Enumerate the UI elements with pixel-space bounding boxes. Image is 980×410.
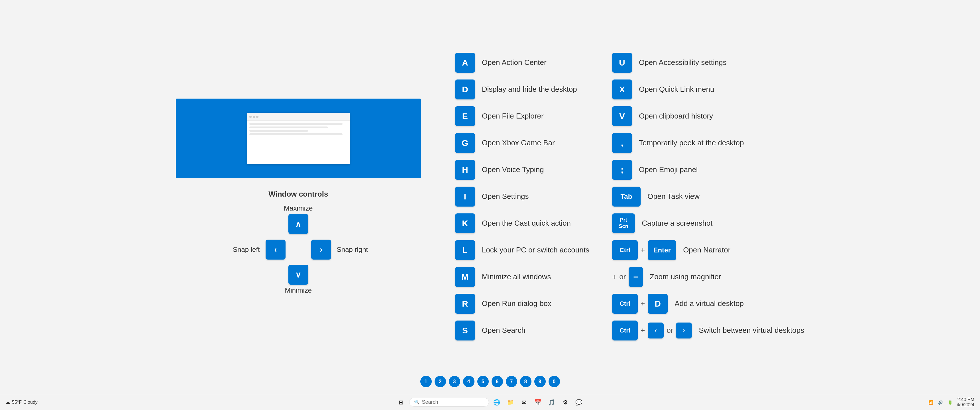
page-dot-3[interactable]: 3 [449, 376, 460, 387]
titlebar-dot [249, 116, 251, 118]
shortcut-row: UOpen Accessibility settings [612, 53, 804, 73]
shortcut-key-e[interactable]: E [455, 106, 475, 126]
taskbar-icon-7[interactable]: 💬 [573, 397, 585, 408]
shortcut-key-prtscn[interactable]: PrtScn [612, 213, 635, 234]
shortcut-row: IOpen Settings [455, 187, 589, 207]
shortcut-key-arrow[interactable]: › [676, 323, 692, 338]
page-dot-2[interactable]: 2 [434, 376, 446, 387]
keys-group: Ctrl+D [612, 294, 668, 314]
clock-time: 2:40 PM [957, 397, 974, 402]
shortcut-desc: Display and hide the desktop [482, 85, 577, 94]
shortcut-row: ROpen Run dialog box [455, 294, 589, 314]
shortcut-row: ,Temporarily peek at the desktop [612, 133, 804, 153]
tray-icon-network[interactable]: 📶 [927, 398, 935, 406]
shortcut-key-a[interactable]: A [455, 53, 475, 73]
search-placeholder: Search [422, 399, 438, 405]
weather-temp: 55°F [12, 400, 22, 405]
shortcut-desc: Zoom using magnifier [650, 272, 721, 281]
titlebar-dot [253, 116, 255, 118]
snap-left-key[interactable]: ‹ [266, 240, 286, 259]
weather-widget: ☁ 55°F Cloudy [6, 399, 38, 405]
page-dot-4[interactable]: 4 [463, 376, 474, 387]
keys-group: Ctrl+Enter [612, 240, 676, 260]
snap-row: Snap left ‹ › Snap right [226, 240, 371, 259]
page-dot-7[interactable]: 7 [506, 376, 517, 387]
shortcut-desc: Open Action Center [482, 58, 547, 67]
taskbar-clock[interactable]: 2:40 PM 4/9/2024 [957, 397, 974, 407]
shortcut-desc: Open Task view [648, 192, 700, 201]
shortcut-key-d[interactable]: D [648, 294, 668, 314]
page-dot-5[interactable]: 5 [477, 376, 489, 387]
snap-right-label: Snap right [337, 246, 371, 254]
shortcut-key-arrow[interactable]: ‹ [648, 323, 664, 338]
taskbar-icon-6[interactable]: ⚙ [560, 397, 571, 408]
shortcut-row: MMinimize all windows [455, 267, 589, 287]
shortcut-desc: Open Emoji panel [639, 165, 698, 174]
window-body [247, 121, 350, 139]
snap-right-key[interactable]: › [311, 240, 331, 259]
shortcut-desc: Open Narrator [683, 246, 730, 254]
taskbar-icon-2[interactable]: 📁 [505, 397, 516, 408]
taskbar-icon-1[interactable]: 🌐 [491, 397, 503, 408]
shortcut-desc: Add a virtual desktop [675, 299, 744, 308]
taskbar-icon-3[interactable]: ✉ [519, 397, 530, 408]
taskbar-search-bar[interactable]: 🔍 Search [409, 398, 489, 407]
shortcut-key-d[interactable]: D [455, 79, 475, 99]
shortcut-row: EOpen File Explorer [455, 106, 589, 126]
taskbar-icon-4[interactable]: 📅 [532, 397, 544, 408]
shortcut-key-k[interactable]: K [455, 213, 475, 234]
start-button[interactable]: ⊞ [396, 397, 407, 408]
shortcut-key-u[interactable]: U [612, 53, 632, 73]
keys-group: Ctrl+‹or› [612, 321, 692, 340]
shortcut-row: XOpen Quick Link menu [612, 79, 804, 99]
shortcuts-panel: AOpen Action CenterDDisplay and hide the… [455, 53, 804, 340]
page-dot-0[interactable]: 0 [549, 376, 560, 387]
shortcut-key-tab[interactable]: Tab [612, 187, 641, 207]
operator: or [619, 272, 626, 281]
shortcut-desc: Open Run dialog box [482, 299, 551, 308]
page-dot-8[interactable]: 8 [520, 376, 531, 387]
snap-left-label: Snap left [226, 246, 260, 254]
shortcut-key-[interactable]: , [612, 133, 632, 153]
page-dot-1[interactable]: 1 [420, 376, 432, 387]
shortcut-key-ctrl[interactable]: Ctrl [612, 294, 638, 314]
shortcut-desc: Open Quick Link menu [639, 85, 714, 94]
shortcut-key-s[interactable]: S [455, 321, 475, 340]
shortcut-key-r[interactable]: R [455, 294, 475, 314]
shortcut-row: TabOpen Task view [612, 187, 804, 207]
shortcut-desc: Capture a screenshot [642, 219, 713, 228]
minimize-key[interactable]: ∨ [288, 265, 308, 284]
page-dot-6[interactable]: 6 [492, 376, 503, 387]
shortcut-row: ;Open Emoji panel [612, 160, 804, 180]
shortcut-key-v[interactable]: V [612, 106, 632, 126]
shortcut-desc: Open Voice Typing [482, 165, 544, 174]
shortcut-row: +or−Zoom using magnifier [612, 267, 804, 287]
shortcut-key-ctrl[interactable]: Ctrl [612, 240, 638, 260]
operator: + [641, 299, 645, 308]
weather-icon: ☁ [6, 399, 10, 405]
shortcut-key-[interactable]: ; [612, 160, 632, 180]
tray-icon-volume[interactable]: 🔊 [937, 398, 945, 406]
shortcut-row: PrtScnCapture a screenshot [612, 213, 804, 234]
shortcut-desc: Open Settings [482, 192, 529, 201]
taskbar-icon-5[interactable]: 🎵 [546, 397, 557, 408]
window-inner [247, 113, 350, 164]
shortcut-key-i[interactable]: I [455, 187, 475, 207]
shortcut-key-x[interactable]: X [612, 79, 632, 99]
maximize-key[interactable]: ∧ [288, 214, 308, 234]
shortcut-key-minus[interactable]: − [628, 267, 643, 287]
window-titlebar [247, 113, 350, 121]
shortcut-key-enter[interactable]: Enter [648, 240, 676, 260]
shortcut-key-h[interactable]: H [455, 160, 475, 180]
shortcut-key-m[interactable]: M [455, 267, 475, 287]
page-dot-9[interactable]: 9 [534, 376, 546, 387]
taskbar-right: 📶 🔊 🔋 2:40 PM 4/9/2024 [927, 397, 974, 407]
window-illustration [176, 99, 421, 178]
shortcut-key-ctrl[interactable]: Ctrl [612, 321, 638, 340]
shortcut-row: LLock your PC or switch accounts [455, 240, 589, 260]
keys-group: +or− [612, 267, 643, 287]
tray-icon-battery[interactable]: 🔋 [947, 398, 955, 406]
shortcut-desc: Lock your PC or switch accounts [482, 246, 589, 254]
shortcut-key-g[interactable]: G [455, 133, 475, 153]
shortcut-key-l[interactable]: L [455, 240, 475, 260]
